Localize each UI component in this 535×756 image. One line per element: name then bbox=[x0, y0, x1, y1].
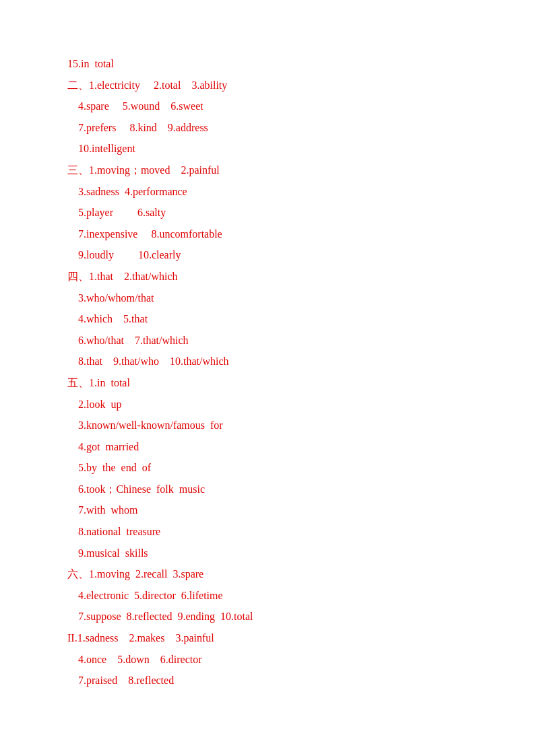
text-line-0: 15.in total bbox=[67, 54, 495, 74]
text-line-5: 三、1.moving；moved 2.painful bbox=[67, 160, 495, 180]
text-line-23: 9.musical skills bbox=[67, 543, 495, 563]
text-line-18: 4.got married bbox=[67, 437, 495, 457]
text-line-24: 六、1.moving 2.recall 3.spare bbox=[67, 564, 495, 584]
text-line-12: 4.which 5.that bbox=[67, 309, 495, 329]
text-line-17: 3.known/well-known/famous for bbox=[67, 415, 495, 436]
text-line-14: 8.that 9.that/who 10.that/which bbox=[67, 351, 495, 372]
text-line-28: 4.once 5.down 6.director bbox=[67, 650, 495, 670]
text-line-20: 6.took；Chinese folk music bbox=[67, 479, 495, 500]
text-line-19: 5.by the end of bbox=[67, 458, 495, 478]
text-line-16: 2.look up bbox=[67, 394, 495, 415]
text-line-13: 6.who/that 7.that/which bbox=[67, 331, 495, 351]
text-line-27: II.1.sadness 2.makes 3.painful bbox=[67, 628, 495, 648]
text-line-26: 7.suppose 8.reflected 9.ending 10.total bbox=[67, 607, 495, 627]
text-line-10: 四、1.that 2.that/which bbox=[67, 267, 495, 287]
text-line-7: 5.player 6.salty bbox=[67, 203, 495, 223]
text-line-25: 4.electronic 5.director 6.lifetime bbox=[67, 586, 495, 606]
text-line-3: 7.prefers 8.kind 9.address bbox=[67, 118, 495, 138]
text-line-4: 10.intelligent bbox=[67, 139, 495, 159]
content-area: 15.in total二、1.electricity 2.total 3.abi… bbox=[67, 54, 495, 691]
text-line-8: 7.inexpensive 8.uncomfortable bbox=[67, 224, 495, 244]
text-line-2: 4.spare 5.wound 6.sweet bbox=[67, 96, 495, 116]
text-line-29: 7.praised 8.reflected bbox=[67, 671, 495, 691]
text-line-6: 3.sadness 4.performance bbox=[67, 182, 495, 202]
text-line-1: 二、1.electricity 2.total 3.ability bbox=[67, 75, 495, 96]
text-line-15: 五、1.in total bbox=[67, 373, 495, 393]
text-line-21: 7.with whom bbox=[67, 500, 495, 520]
text-line-22: 8.national treasure bbox=[67, 522, 495, 542]
text-line-11: 3.who/whom/that bbox=[67, 288, 495, 308]
text-line-9: 9.loudly 10.clearly bbox=[67, 245, 495, 265]
